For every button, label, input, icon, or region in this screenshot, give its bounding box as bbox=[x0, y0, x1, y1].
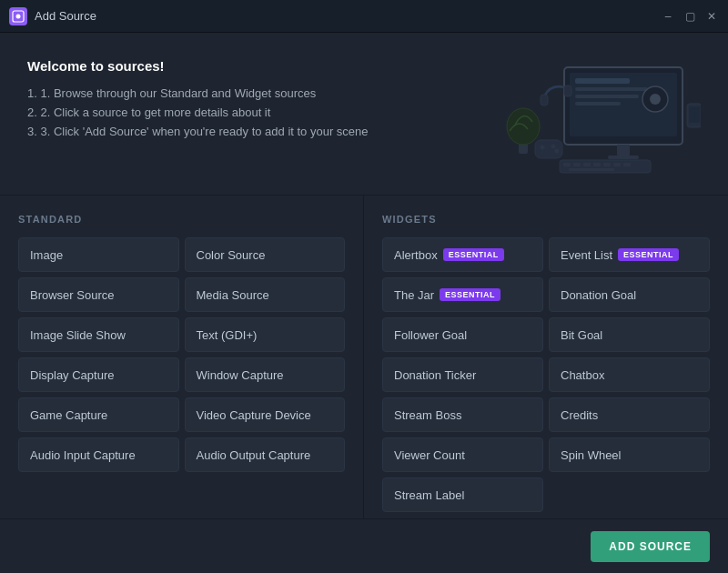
hero-step-3: 3. Click 'Add Source' when you're ready … bbox=[27, 125, 369, 138]
widgets-label: WIDGETS bbox=[382, 214, 710, 225]
widget-item[interactable]: Bit Goal bbox=[549, 317, 710, 352]
svg-rect-20 bbox=[613, 163, 621, 166]
widget-item-label: Stream Label bbox=[394, 488, 464, 502]
svg-point-1 bbox=[16, 14, 21, 18]
svg-rect-15 bbox=[563, 163, 571, 166]
standard-item[interactable]: Image Slide Show bbox=[18, 317, 179, 352]
svg-rect-5 bbox=[575, 87, 648, 91]
hero-steps: 1. Browse through our Standard and Widge… bbox=[27, 86, 369, 138]
widgets-grid: AlertboxESSENTIALEvent ListESSENTIALThe … bbox=[382, 237, 710, 512]
standard-item[interactable]: Browser Source bbox=[18, 277, 179, 312]
svg-point-28 bbox=[551, 145, 556, 149]
widget-item-label: Follower Goal bbox=[394, 328, 467, 342]
widget-item[interactable]: Follower Goal bbox=[382, 317, 543, 352]
svg-rect-25 bbox=[541, 95, 548, 106]
title-bar: Add Source – ▢ ✕ bbox=[0, 0, 728, 33]
app-icon bbox=[9, 7, 27, 25]
widget-item-label: Donation Goal bbox=[561, 288, 636, 302]
svg-rect-16 bbox=[573, 163, 581, 166]
essential-badge: ESSENTIAL bbox=[440, 288, 500, 301]
standard-label: STANDARD bbox=[18, 214, 345, 225]
svg-rect-21 bbox=[623, 163, 631, 166]
widget-item-label: Event List bbox=[561, 248, 612, 262]
minimize-button[interactable]: – bbox=[661, 9, 675, 24]
widget-item-label: Chatbox bbox=[561, 368, 604, 382]
standard-grid: ImageColor SourceBrowser SourceMedia Sou… bbox=[18, 237, 345, 472]
svg-rect-7 bbox=[575, 102, 621, 106]
standard-item[interactable]: Game Capture bbox=[18, 397, 179, 432]
widget-item-label: The Jar bbox=[394, 288, 434, 302]
svg-rect-19 bbox=[603, 163, 611, 166]
widget-item-label: Stream Boss bbox=[394, 408, 461, 422]
widget-item[interactable]: Spin Wheel bbox=[549, 437, 710, 472]
essential-badge: ESSENTIAL bbox=[443, 248, 504, 261]
window-controls: – ▢ ✕ bbox=[661, 9, 719, 24]
svg-point-29 bbox=[555, 149, 560, 154]
widget-item[interactable]: Chatbox bbox=[549, 357, 710, 392]
standard-item[interactable]: Video Capture Device bbox=[185, 397, 346, 432]
widget-item-label: Bit Goal bbox=[561, 328, 602, 342]
close-button[interactable]: ✕ bbox=[704, 9, 719, 24]
widget-item-label: Viewer Count bbox=[394, 448, 465, 462]
maximize-button[interactable]: ▢ bbox=[682, 9, 697, 24]
svg-rect-26 bbox=[564, 85, 571, 96]
svg-rect-24 bbox=[689, 106, 700, 123]
svg-point-13 bbox=[507, 108, 540, 145]
hero-illustration bbox=[464, 58, 701, 176]
svg-rect-4 bbox=[575, 78, 630, 84]
standard-item[interactable]: Window Capture bbox=[185, 357, 346, 392]
standard-item[interactable]: Image bbox=[18, 237, 179, 272]
widget-item[interactable]: Event ListESSENTIAL bbox=[549, 237, 710, 272]
widget-item[interactable]: Stream Boss bbox=[382, 397, 543, 432]
window-title: Add Source bbox=[35, 9, 653, 23]
essential-badge: ESSENTIAL bbox=[618, 248, 679, 261]
widget-item[interactable]: Stream Label bbox=[382, 478, 543, 512]
standard-item[interactable]: Display Capture bbox=[18, 357, 179, 392]
widget-item-label: Spin Wheel bbox=[561, 448, 621, 462]
widget-item[interactable]: AlertboxESSENTIAL bbox=[382, 237, 543, 272]
svg-rect-11 bbox=[608, 156, 639, 159]
svg-rect-17 bbox=[583, 163, 591, 166]
widget-item-label: Credits bbox=[561, 408, 598, 422]
standard-item[interactable]: Text (GDI+) bbox=[185, 317, 346, 352]
widget-item-label: Alertbox bbox=[394, 248, 438, 262]
hero-section: Welcome to sources! 1. Browse through ou… bbox=[0, 33, 728, 196]
standard-item[interactable]: Audio Output Capture bbox=[185, 437, 346, 472]
standard-item[interactable]: Color Source bbox=[185, 237, 346, 272]
add-source-button[interactable]: ADD SOURCE bbox=[591, 531, 710, 562]
widget-item-label: Donation Ticker bbox=[394, 368, 476, 382]
widget-item[interactable]: Donation Goal bbox=[549, 277, 710, 312]
widget-item[interactable]: The JarESSENTIAL bbox=[382, 277, 543, 312]
hero-title: Welcome to sources! bbox=[27, 58, 369, 74]
svg-rect-18 bbox=[593, 163, 601, 166]
hero-step-1: 1. Browse through our Standard and Widge… bbox=[27, 86, 369, 100]
widgets-section: WIDGETS AlertboxESSENTIALEvent ListESSEN… bbox=[364, 196, 728, 518]
widget-item[interactable]: Viewer Count bbox=[382, 437, 543, 472]
widget-item[interactable]: Donation Ticker bbox=[382, 357, 543, 392]
svg-rect-6 bbox=[575, 95, 639, 98]
hero-step-2: 2. Click a source to get more details ab… bbox=[27, 106, 369, 119]
svg-rect-31 bbox=[541, 145, 543, 150]
svg-rect-10 bbox=[617, 145, 630, 156]
standard-section: STANDARD ImageColor SourceBrowser Source… bbox=[0, 196, 364, 518]
svg-rect-22 bbox=[569, 168, 614, 171]
footer: ADD SOURCE bbox=[0, 518, 728, 573]
widget-item[interactable]: Credits bbox=[549, 397, 710, 432]
standard-item[interactable]: Audio Input Capture bbox=[18, 437, 179, 472]
svg-point-9 bbox=[650, 94, 661, 105]
standard-item[interactable]: Media Source bbox=[185, 277, 346, 312]
